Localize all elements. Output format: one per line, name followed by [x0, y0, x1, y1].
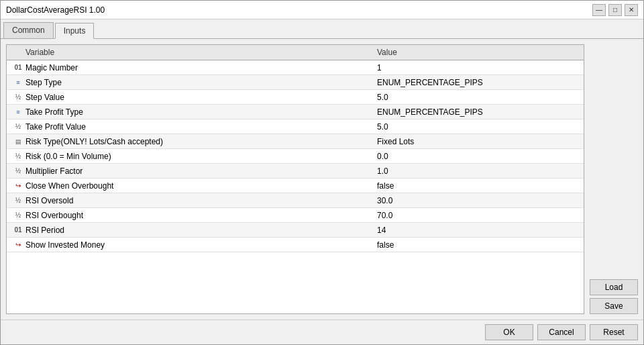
row-icon: ½ — [12, 211, 24, 219]
row-icon: ↪ — [12, 182, 24, 189]
maximize-button[interactable]: □ — [608, 4, 622, 16]
row-value: ENUM_PERCENTAGE_PIPS — [377, 78, 578, 87]
side-panel: Load Save — [590, 44, 638, 314]
row-name: Magic Number — [24, 63, 377, 72]
bottom-buttons: OK Cancel Reset — [1, 319, 643, 344]
row-icon: ½ — [12, 93, 24, 101]
table-row[interactable]: ↪ Close When Overbought false — [7, 179, 584, 193]
row-name: Step Type — [24, 78, 377, 87]
window-controls: — □ ✕ — [592, 4, 638, 16]
row-name: Show Invested Money — [24, 240, 377, 250]
row-name: RSI Oversold — [24, 196, 377, 205]
table-row[interactable]: 01 RSI Period 14 — [7, 223, 584, 238]
cancel-button[interactable]: Cancel — [537, 324, 586, 340]
minimize-button[interactable]: — — [592, 4, 606, 16]
table-row[interactable]: ½ Multiplier Factor 1.0 — [7, 164, 584, 179]
table-row[interactable]: ½ RSI Overbought 70.0 — [7, 208, 584, 223]
title-bar: DollarCostAverageRSI 1.00 — □ ✕ — [1, 1, 643, 19]
row-name: Close When Overbought — [24, 181, 377, 191]
table-row[interactable]: ½ RSI Oversold 30.0 — [7, 193, 584, 208]
row-icon: ½ — [12, 167, 24, 175]
main-area: Variable Value 01 Magic Number 1 ≡ Step … — [1, 39, 643, 319]
load-button[interactable]: Load — [590, 279, 638, 295]
row-value: 30.0 — [377, 196, 578, 205]
reset-button[interactable]: Reset — [590, 324, 638, 340]
row-name: Risk (0.0 = Min Volume) — [24, 152, 377, 161]
table-row[interactable]: ≡ Take Profit Type ENUM_PERCENTAGE_PIPS — [7, 105, 584, 119]
row-icon: 01 — [12, 64, 24, 71]
row-name: Step Value — [24, 93, 377, 102]
row-icon: ½ — [12, 197, 24, 204]
table-row[interactable]: ↪ Show Invested Money false — [7, 238, 584, 252]
main-window: DollarCostAverageRSI 1.00 — □ ✕ Common I… — [0, 0, 644, 345]
row-value: false — [377, 240, 578, 250]
header-value: Value — [377, 48, 578, 57]
row-value: 70.0 — [377, 211, 578, 220]
table-row[interactable]: ▤ Risk Type(ONLY! Lots/Cash accepted) Fi… — [7, 134, 584, 149]
window-title: DollarCostAverageRSI 1.00 — [6, 5, 105, 15]
table-header: Variable Value — [7, 45, 584, 60]
row-value: 0.0 — [377, 152, 578, 161]
table-row[interactable]: ≡ Step Type ENUM_PERCENTAGE_PIPS — [7, 75, 584, 90]
row-value: false — [377, 181, 578, 191]
table-row[interactable]: ½ Risk (0.0 = Min Volume) 0.0 — [7, 149, 584, 164]
row-value: 1.0 — [377, 166, 578, 176]
row-icon: ↪ — [12, 241, 24, 248]
tab-bar: Common Inputs — [1, 19, 643, 39]
row-name: Multiplier Factor — [24, 166, 377, 176]
close-button[interactable]: ✕ — [625, 4, 638, 16]
row-value: 14 — [377, 226, 578, 235]
row-value: Fixed Lots — [377, 137, 578, 146]
row-icon: ≡ — [12, 109, 24, 115]
header-variable: Variable — [12, 48, 377, 57]
table-body: 01 Magic Number 1 ≡ Step Type ENUM_PERCE… — [7, 60, 584, 252]
row-name: Risk Type(ONLY! Lots/Cash accepted) — [24, 137, 377, 146]
row-name: Take Profit Value — [24, 122, 377, 132]
row-icon: ½ — [12, 123, 24, 130]
row-name: RSI Period — [24, 226, 377, 235]
ok-button[interactable]: OK — [485, 324, 533, 340]
row-value: ENUM_PERCENTAGE_PIPS — [377, 107, 578, 117]
row-name: RSI Overbought — [24, 211, 377, 220]
row-icon: ≡ — [12, 79, 24, 86]
row-icon: ▤ — [12, 138, 24, 145]
table-row[interactable]: ½ Take Profit Value 5.0 — [7, 119, 584, 134]
row-value: 5.0 — [377, 122, 578, 132]
parameters-table: Variable Value 01 Magic Number 1 ≡ Step … — [6, 44, 584, 314]
save-button[interactable]: Save — [590, 298, 638, 314]
row-icon: 01 — [12, 226, 24, 234]
tab-common[interactable]: Common — [3, 22, 54, 38]
table-row[interactable]: ½ Step Value 5.0 — [7, 90, 584, 105]
row-name: Take Profit Type — [24, 107, 377, 117]
row-value: 5.0 — [377, 93, 578, 102]
tab-inputs[interactable]: Inputs — [55, 23, 95, 39]
row-value: 1 — [377, 63, 578, 72]
table-row[interactable]: 01 Magic Number 1 — [7, 60, 584, 75]
row-icon: ½ — [12, 152, 24, 160]
